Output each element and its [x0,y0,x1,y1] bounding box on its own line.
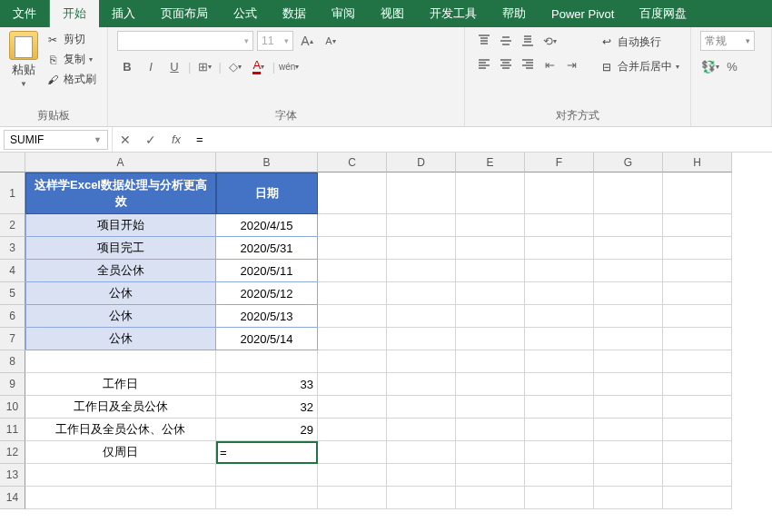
cell[interactable] [525,237,594,260]
cell[interactable] [318,328,387,350]
table-cell-b[interactable]: 2020/5/14 [216,328,318,350]
table-cell-a[interactable]: 全员公休 [25,260,216,282]
bold-button[interactable]: B [117,56,137,76]
align-top-button[interactable] [474,31,494,51]
tab-百度网盘[interactable]: 百度网盘 [627,0,699,27]
cell[interactable] [594,305,663,328]
calc-label[interactable]: 工作日及全员公休 [25,396,216,419]
cell[interactable] [663,282,732,305]
cell[interactable] [387,282,456,305]
cell[interactable] [663,172,732,214]
fill-color-button[interactable]: ◇▾ [225,56,245,76]
font-color-button[interactable]: A▾ [249,56,269,76]
cell[interactable] [387,464,456,487]
cell[interactable] [525,350,594,373]
row-header-3[interactable]: 3 [0,237,25,260]
cell[interactable] [318,441,387,464]
cell[interactable] [594,282,663,305]
name-box[interactable]: SUMIF▼ [4,130,108,150]
cell[interactable] [318,237,387,260]
tab-插入[interactable]: 插入 [99,0,148,27]
cell[interactable] [663,260,732,282]
tab-文件[interactable]: 文件 [0,0,49,27]
cell[interactable] [318,350,387,373]
tab-数据[interactable]: 数据 [270,0,319,27]
cell[interactable] [456,328,525,350]
cell[interactable] [663,350,732,373]
cell[interactable] [525,464,594,487]
table-cell-a[interactable]: 公休 [25,282,216,305]
number-format-combo[interactable]: 常规▾ [700,31,755,51]
align-bottom-button[interactable] [518,31,538,51]
column-header-H[interactable]: H [663,153,732,172]
border-button[interactable]: ⊞▾ [194,56,214,76]
cell[interactable] [216,350,318,373]
tab-页面布局[interactable]: 页面布局 [148,0,221,27]
tab-帮助[interactable]: 帮助 [490,0,539,27]
font-family-combo[interactable]: ▾ [117,31,253,51]
cell[interactable] [456,237,525,260]
column-header-D[interactable]: D [387,153,456,172]
cell[interactable] [663,487,732,509]
cell[interactable] [594,260,663,282]
cell[interactable] [663,328,732,350]
cell[interactable] [456,487,525,509]
cell[interactable] [216,487,318,509]
calc-value[interactable]: 32 [216,396,318,419]
header-cell-a[interactable]: 这样学Excel数据处理与分析更高效 [25,172,216,214]
calc-label[interactable]: 仅周日 [25,441,216,464]
tab-视图[interactable]: 视图 [368,0,417,27]
column-header-G[interactable]: G [594,153,663,172]
wrap-text-button[interactable]: ↩自动换行 [598,34,681,51]
row-header-4[interactable]: 4 [0,260,25,282]
cell[interactable] [594,487,663,509]
decrease-indent-button[interactable]: ⇤ [539,54,559,74]
cell[interactable] [318,373,387,396]
cell[interactable] [456,441,525,464]
cell[interactable] [594,172,663,214]
cell[interactable] [456,419,525,441]
header-cell-b[interactable]: 日期 [216,172,318,214]
row-header-9[interactable]: 9 [0,373,25,396]
cell[interactable] [387,487,456,509]
cell[interactable] [456,464,525,487]
row-header-10[interactable]: 10 [0,396,25,419]
merge-center-button[interactable]: ⊟合并后居中 ▾ [598,58,681,75]
cell[interactable] [216,464,318,487]
table-cell-b[interactable]: 2020/5/13 [216,305,318,328]
format-painter-button[interactable]: 🖌格式刷 [44,71,98,88]
font-size-combo[interactable]: 11▾ [257,31,293,51]
column-header-E[interactable]: E [456,153,525,172]
cell[interactable] [525,441,594,464]
cell[interactable] [25,487,216,509]
cell[interactable] [456,305,525,328]
underline-button[interactable]: U [164,56,184,76]
cell[interactable] [594,237,663,260]
table-cell-b[interactable]: 2020/4/15 [216,214,318,237]
align-middle-button[interactable] [496,31,516,51]
tab-公式[interactable]: 公式 [221,0,270,27]
cell[interactable] [525,260,594,282]
calc-value[interactable]: = [216,441,318,464]
align-left-button[interactable] [474,54,494,74]
cell[interactable] [387,237,456,260]
cell[interactable] [318,214,387,237]
cell[interactable] [594,396,663,419]
cell[interactable] [594,464,663,487]
cell[interactable] [387,305,456,328]
paste-button[interactable]: 粘贴 ▼ [9,31,38,88]
percent-button[interactable]: % [722,56,742,76]
calc-label[interactable]: 工作日 [25,373,216,396]
cell[interactable] [318,419,387,441]
italic-button[interactable]: I [141,56,161,76]
cancel-formula-button[interactable]: ✕ [113,133,138,147]
cell[interactable] [663,305,732,328]
cell[interactable] [663,419,732,441]
column-header-A[interactable]: A [25,153,216,172]
cell[interactable] [387,419,456,441]
row-header-13[interactable]: 13 [0,464,25,487]
cell[interactable] [25,464,216,487]
cell[interactable] [456,373,525,396]
table-cell-a[interactable]: 公休 [25,305,216,328]
table-cell-b[interactable]: 2020/5/11 [216,260,318,282]
